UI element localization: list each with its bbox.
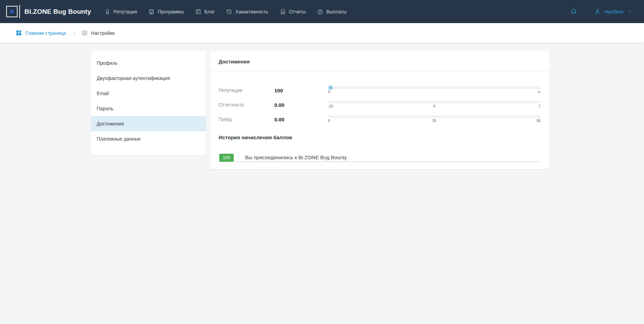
panel-body: Репутация 100 0 ∞ Отчетность 0.00 -10 0 … xyxy=(210,71,549,169)
history-entry-text: Вы присоединились к Bi.ZONE Bug Bounty xyxy=(245,154,347,161)
metric-slider: 0 25 50 xyxy=(328,115,540,123)
bizone-logo-icon xyxy=(6,5,20,18)
breadcrumb: Главная страница Настройки xyxy=(0,23,644,43)
slider-thumb xyxy=(328,85,333,90)
nav-item-hackactivity[interactable]: Хакактивность xyxy=(226,9,268,15)
nav-item-payouts[interactable]: Выплаты xyxy=(317,9,347,15)
panel-title: Достижения xyxy=(210,51,549,71)
metric-row-reputation: Репутация 100 0 ∞ xyxy=(219,83,540,98)
brand-logo[interactable]: BI.ZONE Bug Bounty xyxy=(6,5,91,18)
breadcrumb-current-label: Настройки xyxy=(91,30,115,36)
metric-slider: -10 0 7 xyxy=(328,101,540,109)
building-icon xyxy=(148,9,155,15)
history-list: 100 Вы присоединились к Bi.ZONE Bug Boun… xyxy=(219,154,540,162)
nav-item-reputation[interactable]: Репутация xyxy=(104,9,137,15)
metric-label: Репутация xyxy=(219,88,274,93)
report-icon xyxy=(280,9,286,15)
metric-label: Грейд xyxy=(219,117,274,122)
slider-scale: -10 0 7 xyxy=(328,104,540,109)
medal-icon xyxy=(104,9,110,15)
metric-value: 0.00 xyxy=(274,102,328,108)
breadcrumb-home-label: Главная страница xyxy=(25,30,66,36)
bell-icon xyxy=(570,8,577,15)
breadcrumb-current: Настройки xyxy=(81,30,115,36)
scale-max: ∞ xyxy=(538,90,540,94)
scale-min: 0 xyxy=(328,90,330,94)
metric-row-reporting: Отчетность 0.00 -10 0 7 xyxy=(219,98,540,112)
dashboard-grid-icon xyxy=(15,30,22,36)
payout-icon xyxy=(317,9,323,15)
user-icon xyxy=(594,8,601,15)
sidebar-item-two-factor[interactable]: Двухфакторная аутентификация xyxy=(91,71,206,86)
metric-value: 100 xyxy=(274,88,328,93)
navbar-right: Han0ken xyxy=(570,8,632,15)
nav-item-reports[interactable]: Отчеты xyxy=(280,9,306,15)
metric-slider: 0 ∞ xyxy=(328,87,540,94)
metric-row-grade: Грейд 0.00 0 25 50 xyxy=(219,112,540,126)
settings-sidebar: Профиль Двухфакторная аутентификация Ema… xyxy=(91,51,206,155)
slider-track xyxy=(328,101,540,103)
username: Han0ken xyxy=(604,9,624,14)
scale-min: 0 xyxy=(328,119,330,123)
blog-icon xyxy=(195,9,201,15)
sidebar-item-password[interactable]: Пароль xyxy=(91,101,206,116)
nav-item-label: Хакактивность xyxy=(235,9,268,14)
nav-item-label: Выплаты xyxy=(326,9,347,14)
history-entry: 100 Вы присоединились к Bi.ZONE Bug Boun… xyxy=(219,154,540,162)
page-content: Профиль Двухфакторная аутентификация Ema… xyxy=(0,43,644,324)
metric-value: 0.00 xyxy=(274,117,328,122)
sidebar-item-profile[interactable]: Профиль xyxy=(91,55,206,71)
sidebar-item-payment-details[interactable]: Платежные данные xyxy=(91,131,206,146)
nav-item-label: Репутация xyxy=(114,9,137,14)
points-badge: 100 xyxy=(219,154,234,162)
nav-item-programs[interactable]: Программы xyxy=(148,9,184,15)
chevron-right-icon xyxy=(72,31,76,35)
scale-max: 50 xyxy=(537,119,540,123)
sidebar-item-achievements[interactable]: Достижения xyxy=(91,116,206,131)
nav-item-label: Отчеты xyxy=(289,9,306,14)
sidebar-item-label: Двухфакторная аутентификация xyxy=(97,75,170,81)
scale-mid: 0 xyxy=(433,104,435,109)
slider-track xyxy=(328,115,540,118)
top-navbar: BI.ZONE Bug Bounty Репутация Программы Б… xyxy=(0,0,644,23)
gear-icon xyxy=(81,30,88,36)
scale-max: 7 xyxy=(538,104,540,109)
sidebar-item-label: Платежные данные xyxy=(97,136,141,142)
achievements-panel: Достижения Репутация 100 0 ∞ Отчетность … xyxy=(210,51,549,169)
history-title: История начисления баллов xyxy=(219,134,540,140)
breadcrumb-home-link[interactable]: Главная страница xyxy=(15,30,66,36)
metrics-list: Репутация 100 0 ∞ Отчетность 0.00 -10 0 … xyxy=(219,83,540,126)
sidebar-item-email[interactable]: Email xyxy=(91,86,206,101)
metric-label: Отчетность xyxy=(219,102,274,108)
user-menu[interactable]: Han0ken xyxy=(594,8,632,15)
sidebar-item-label: Достижения xyxy=(97,121,124,126)
nav-item-label: Блог xyxy=(204,9,215,14)
history-icon xyxy=(226,9,232,15)
scale-min: -10 xyxy=(328,104,333,109)
slider-scale: 0 ∞ xyxy=(328,90,540,94)
sidebar-item-label: Email xyxy=(97,91,109,96)
bug-icon xyxy=(9,9,15,14)
slider-scale: 0 25 50 xyxy=(328,119,540,123)
nav-item-blog[interactable]: Блог xyxy=(195,9,215,15)
scale-mid: 25 xyxy=(432,119,436,123)
sidebar-item-label: Пароль xyxy=(97,106,114,111)
main-menu: Репутация Программы Блог Хакактивность О… xyxy=(104,9,347,15)
chevron-down-icon xyxy=(627,9,632,14)
brand-title: BI.ZONE Bug Bounty xyxy=(24,8,91,16)
sidebar-item-label: Профиль xyxy=(97,60,117,66)
nav-item-label: Программы xyxy=(158,9,184,14)
slider-track xyxy=(328,87,540,89)
notifications-button[interactable] xyxy=(570,8,577,15)
